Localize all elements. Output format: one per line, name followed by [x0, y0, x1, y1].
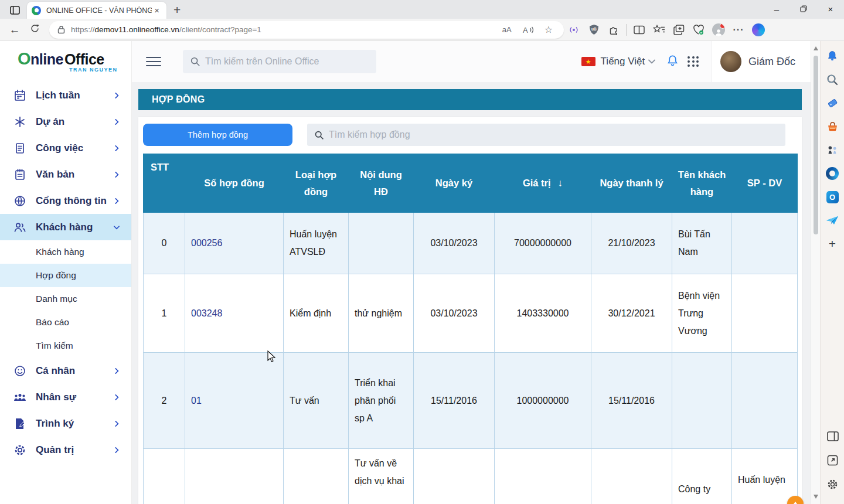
sidebar-item-nhan-su[interactable]: Nhân sự	[0, 384, 131, 410]
add-to-sidebar-icon[interactable]: +	[825, 236, 840, 251]
sidebar-item-du-an[interactable]: Dự án	[0, 108, 131, 135]
notifications-bell-icon[interactable]	[825, 49, 840, 64]
global-search[interactable]	[183, 50, 376, 73]
sidebar-item-cong-viec[interactable]: Công việc	[0, 135, 131, 161]
hamburger-menu-icon[interactable]	[146, 54, 161, 69]
tab-close-icon[interactable]: ×	[152, 5, 162, 15]
sidebar-item-cong-thong-tin[interactable]: Cổng thông tin	[0, 188, 131, 214]
minimize-button[interactable]: –	[763, 0, 790, 18]
shopping-tag-icon[interactable]	[825, 96, 840, 111]
extensions-puzzle-icon[interactable]	[604, 24, 624, 35]
page-scrollbar[interactable]	[811, 41, 820, 504]
translate-icon[interactable]: aA	[497, 25, 517, 34]
user-menu[interactable]: Giám Đốc	[712, 41, 811, 82]
open-external-icon[interactable]	[825, 452, 840, 468]
sidebar-item-quan-tri[interactable]: Quản trị	[0, 437, 131, 463]
contract-number-link[interactable]: 003248	[191, 308, 222, 318]
restore-button[interactable]	[790, 0, 817, 18]
back-icon[interactable]: ←	[5, 23, 25, 36]
ublock-shield-icon[interactable]: uB	[584, 24, 604, 35]
sidebar-item-lich-tuan[interactable]: Lịch tuần	[0, 82, 131, 108]
app-sidebar: OnlineOffice TRAN NGUYEN Lịch tuần Dự án	[0, 41, 132, 504]
streaming-icon[interactable]	[564, 26, 584, 34]
games-chess-icon[interactable]	[825, 142, 840, 158]
outlook-icon[interactable]: O	[825, 189, 840, 205]
workspaces-icon[interactable]	[6, 3, 23, 17]
scrollbar-up-arrow[interactable]	[814, 46, 818, 50]
copilot-icon[interactable]	[748, 23, 768, 36]
column-header-ngay-ky[interactable]: Ngày ký	[414, 154, 495, 213]
sidebar-item-ca-nhan[interactable]: Cá nhân	[0, 357, 131, 384]
column-header-ten-khach-hang[interactable]: Tên khách hàng	[672, 154, 732, 213]
address-bar[interactable]: https://demov11.onlineoffice.vn/client/c…	[49, 21, 564, 39]
contract-search[interactable]	[307, 124, 785, 146]
sidebar-item-khach-hang[interactable]: Khách hàng	[0, 214, 131, 240]
browser-essentials-icon[interactable]	[689, 25, 709, 35]
submenu-item-danh-muc[interactable]: Danh mục	[0, 287, 131, 311]
close-window-button[interactable]: ×	[817, 0, 844, 18]
column-header-noi-dung[interactable]: Nội dung HĐ	[349, 154, 414, 213]
chevron-right-icon	[113, 197, 121, 205]
cell-ngay_ky: 03/10/2023	[414, 274, 495, 353]
sidebar-item-van-ban[interactable]: Văn bản	[0, 161, 131, 188]
cell-so_hop_dong	[185, 449, 284, 504]
settings-menu-icon[interactable]: ···	[729, 25, 748, 35]
settings-gear-icon[interactable]	[825, 476, 840, 492]
cell-ngay_ky	[414, 449, 495, 504]
lock-icon	[57, 25, 65, 34]
search-icon	[314, 130, 324, 140]
favorite-star-icon[interactable]: ☆	[539, 24, 558, 35]
refresh-icon[interactable]	[25, 23, 45, 36]
cell-noi_dung: Tư vấn về dịch vụ khai	[349, 449, 414, 504]
column-header-stt[interactable]: STT	[144, 154, 185, 213]
favorites-bar-icon[interactable]	[649, 25, 669, 35]
scrollbar-down-arrow[interactable]	[814, 495, 818, 499]
search-icon[interactable]	[825, 72, 840, 87]
column-header-ngay-thanh-ly[interactable]: Ngày thanh lý	[591, 154, 672, 213]
app-logo[interactable]: OnlineOffice TRAN NGUYEN	[0, 41, 131, 76]
global-search-input[interactable]	[205, 56, 376, 67]
column-header-so-hop-dong[interactable]: Số hợp đồng	[185, 154, 284, 213]
notifications-bell-icon[interactable]	[666, 53, 679, 70]
submenu-item-hop-dong[interactable]: Hợp đồng	[0, 264, 131, 287]
add-contract-button[interactable]: Thêm hợp đồng	[143, 124, 292, 146]
browser-window: ONLINE OFFICE - VĂN PHÒNG T × + – × ← ht…	[0, 0, 844, 504]
drop-paper-plane-icon[interactable]	[825, 213, 840, 228]
cell-khach_hang: Bệnh viện Trưng Vương	[672, 274, 732, 353]
contract-number-link[interactable]: 000256	[191, 238, 222, 248]
contract-search-input[interactable]	[329, 130, 785, 140]
app-top-bar: ★ Tiếng Việt Giám Đốc	[132, 41, 811, 82]
up-arrow-icon	[792, 502, 799, 504]
column-header-sp-dv[interactable]: SP - DV	[732, 154, 798, 213]
sign-document-icon	[13, 417, 27, 431]
mouse-cursor	[267, 350, 276, 363]
cell-ngay_thanh_ly: 15/11/2016	[591, 353, 672, 449]
sidebar-panel-icon[interactable]	[825, 428, 840, 444]
shopping-basket-icon[interactable]	[825, 119, 840, 134]
chevron-down-icon[interactable]	[648, 59, 655, 64]
cell-so_hop_dong[interactable]: 01	[185, 353, 284, 449]
cell-stt: 1	[144, 274, 185, 353]
new-tab-button[interactable]: +	[173, 4, 181, 16]
profile-icon[interactable]	[709, 23, 729, 36]
submenu-item-tim-kiem[interactable]: Tìm kiếm	[0, 334, 131, 357]
cell-so_hop_dong[interactable]: 003248	[185, 274, 284, 353]
column-header-gia-tri[interactable]: Giá trị↓	[495, 154, 591, 213]
microsoft-365-icon[interactable]	[825, 166, 840, 181]
browser-tab[interactable]: ONLINE OFFICE - VĂN PHÒNG T ×	[27, 2, 166, 19]
table-header-row: STT Số hợp đồng Loại hợp đồng Nội dung H…	[144, 154, 798, 213]
sidebar-item-trinh-ky[interactable]: Trình ký	[0, 410, 131, 437]
submenu-item-bao-cao[interactable]: Báo cáo	[0, 311, 131, 334]
read-aloud-icon[interactable]: A	[517, 25, 539, 35]
cell-noi_dung	[349, 213, 414, 274]
scrollbar-thumb[interactable]	[814, 56, 818, 234]
apps-grid-icon[interactable]	[688, 56, 699, 67]
sort-descending-icon[interactable]: ↓	[558, 178, 563, 189]
language-selector[interactable]: Tiếng Việt	[601, 56, 645, 67]
cell-so_hop_dong[interactable]: 000256	[185, 213, 284, 274]
column-header-loai-hop-dong[interactable]: Loại hợp đồng	[284, 154, 349, 213]
contract-number-link[interactable]: 01	[191, 396, 202, 406]
split-screen-icon[interactable]	[629, 25, 649, 35]
submenu-item-khach-hang[interactable]: Khách hàng	[0, 240, 131, 264]
collections-icon[interactable]	[669, 25, 689, 35]
